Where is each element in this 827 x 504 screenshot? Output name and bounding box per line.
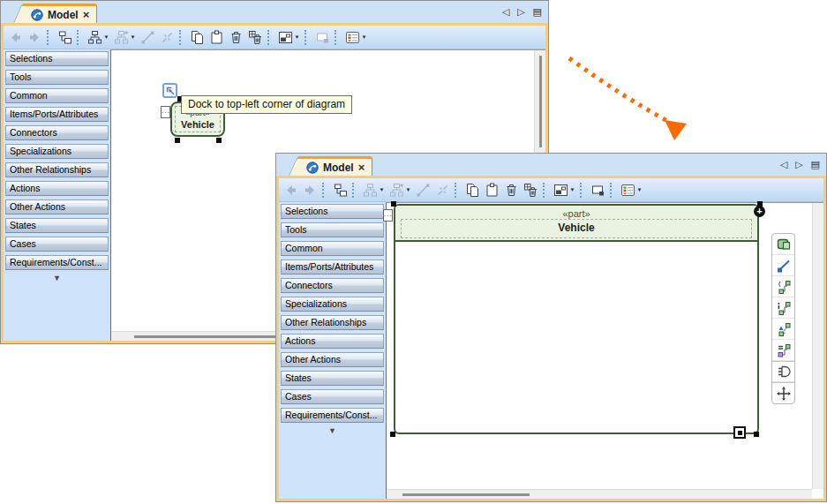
related-elements-button[interactable]: ▼	[387, 180, 413, 199]
resize-handle[interactable]	[733, 426, 746, 439]
palette-item-requirements[interactable]: Requirements/Const...	[281, 408, 384, 423]
paste-button[interactable]	[482, 180, 501, 199]
compartment-handle[interactable]: ...	[161, 106, 170, 118]
create-connector-button[interactable]	[772, 255, 794, 276]
show-ports-button[interactable]	[772, 361, 794, 382]
palette-more-icon[interactable]: ▼	[281, 426, 384, 435]
delete-from-model-button[interactable]	[245, 27, 265, 47]
palette-item-common[interactable]: Common	[281, 241, 384, 256]
compartment-handle[interactable]: ...	[383, 209, 393, 222]
palette-item-selections[interactable]: Selections	[281, 204, 384, 219]
toolbar-grip[interactable]	[455, 183, 458, 198]
palette-item-tools[interactable]: Tools	[281, 222, 384, 237]
palette-item-actions[interactable]: Actions	[281, 334, 384, 349]
toolbar-grip[interactable]	[47, 30, 50, 45]
prev-tab-icon[interactable]: ◁	[780, 158, 787, 170]
layout-button[interactable]: ▼	[275, 27, 302, 47]
palette-item-other-relationships[interactable]: Other Relationships	[5, 162, 109, 177]
structure-diagram-button[interactable]: ▼	[85, 27, 111, 47]
structure-diagram-button[interactable]: ▼	[360, 180, 387, 199]
toolbar-grip[interactable]	[322, 183, 326, 198]
create-connector-with-part-button[interactable]	[772, 276, 794, 297]
toolbar-grip[interactable]	[610, 183, 613, 198]
delete-button[interactable]	[226, 27, 245, 47]
palette-item-states[interactable]: States	[281, 371, 384, 386]
palette-item-connectors[interactable]: Connectors	[281, 278, 384, 293]
unlink-button[interactable]	[157, 27, 177, 47]
back-button[interactable]	[5, 27, 25, 47]
dock-top-left-icon[interactable]	[162, 83, 177, 98]
select-in-containment-tree-button[interactable]	[55, 27, 74, 47]
tab-model[interactable]: Model ×	[300, 156, 372, 176]
create-binding-connector-button[interactable]	[772, 340, 794, 361]
vertical-scrollbar[interactable]	[812, 203, 823, 489]
save-as-image-button[interactable]	[588, 180, 607, 199]
layout-button[interactable]: ▼	[551, 180, 577, 199]
create-item-flow-button[interactable]	[772, 297, 794, 319]
palette-item-requirements[interactable]: Requirements/Const...	[5, 255, 109, 270]
toolbar-grip[interactable]	[580, 183, 583, 198]
copy-button[interactable]	[462, 180, 482, 199]
palette-item-specializations[interactable]: Specializations	[281, 297, 384, 312]
selection-handle[interactable]	[216, 138, 222, 143]
palette-item-other-actions[interactable]: Other Actions	[5, 199, 109, 214]
create-directed-connector-button[interactable]	[772, 319, 794, 340]
diagram-canvas[interactable]: ... «part» Vehicle +	[386, 202, 823, 499]
tab-list-icon[interactable]: ▤	[811, 158, 820, 170]
legend-button[interactable]: ▼	[342, 27, 369, 47]
palette-item-selections[interactable]: Selections	[5, 51, 109, 66]
tab-close-icon[interactable]: ×	[358, 162, 365, 173]
link-button[interactable]	[138, 27, 157, 47]
palette-item-tools[interactable]: Tools	[5, 70, 109, 85]
toolbar-grip[interactable]	[352, 183, 356, 198]
toolbar-grip[interactable]	[304, 30, 308, 45]
palette-item-common[interactable]: Common	[5, 88, 109, 103]
toolbar-grip[interactable]	[267, 30, 271, 45]
toolbar-grip[interactable]	[335, 30, 338, 45]
palette-item-connectors[interactable]: Connectors	[5, 125, 109, 140]
move-button[interactable]	[772, 382, 794, 403]
create-part-button[interactable]	[772, 234, 794, 255]
related-elements-button[interactable]: ▼	[111, 27, 138, 47]
tab-model[interactable]: Model ×	[25, 4, 97, 23]
back-button[interactable]	[281, 180, 300, 199]
palette-item-items-ports-attributes[interactable]: Items/Ports/Attributes	[5, 107, 109, 122]
forward-button[interactable]	[300, 180, 320, 199]
selection-handle[interactable]	[391, 201, 396, 207]
next-tab-icon[interactable]: ▷	[517, 5, 524, 18]
add-port-icon[interactable]: +	[754, 206, 765, 217]
save-as-image-button[interactable]	[312, 27, 332, 47]
select-in-containment-tree-button[interactable]	[330, 180, 350, 199]
palette-item-cases[interactable]: Cases	[5, 237, 109, 252]
prev-tab-icon[interactable]: ◁	[502, 5, 509, 18]
palette-item-actions[interactable]: Actions	[5, 181, 109, 196]
legend-button[interactable]: ▼	[618, 180, 644, 199]
palette-item-other-actions[interactable]: Other Actions	[281, 352, 384, 367]
palette-item-specializations[interactable]: Specializations	[5, 144, 109, 159]
delete-button[interactable]	[501, 180, 521, 199]
palette-more-icon[interactable]: ▼	[5, 274, 109, 282]
toolbar-grip[interactable]	[179, 30, 183, 45]
link-button[interactable]	[413, 180, 432, 199]
palette-item-other-relationships[interactable]: Other Relationships	[281, 315, 384, 330]
selection-handle[interactable]	[390, 432, 395, 437]
scrollbar-thumb[interactable]	[402, 493, 530, 496]
tab-list-icon[interactable]: ▤	[533, 5, 542, 18]
palette-item-cases[interactable]: Cases	[281, 389, 384, 404]
palette-item-states[interactable]: States	[5, 218, 109, 233]
horizontal-scrollbar[interactable]	[387, 489, 812, 499]
tab-close-icon[interactable]: ×	[83, 10, 90, 20]
selection-handle[interactable]	[175, 138, 180, 143]
delete-from-model-button[interactable]	[521, 180, 540, 199]
selection-handle[interactable]	[754, 432, 759, 437]
palette-item-items-ports-attributes[interactable]: Items/Ports/Attributes	[281, 260, 384, 275]
copy-button[interactable]	[187, 27, 207, 47]
paste-button[interactable]	[207, 27, 226, 47]
toolbar-grip[interactable]	[543, 183, 546, 198]
toolbar-grip[interactable]	[77, 30, 80, 45]
part-vehicle-shape[interactable]: «part» Vehicle	[394, 204, 759, 434]
forward-button[interactable]	[25, 27, 44, 47]
next-tab-icon[interactable]: ▷	[795, 158, 802, 170]
unlink-button[interactable]	[432, 180, 452, 199]
scrollbar-thumb[interactable]	[539, 56, 542, 147]
